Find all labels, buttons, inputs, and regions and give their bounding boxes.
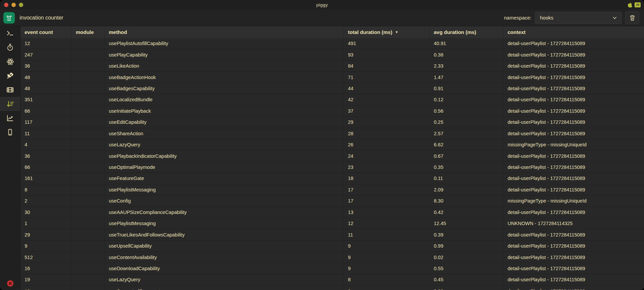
film-icon bbox=[6, 86, 14, 94]
column-label: context bbox=[508, 29, 525, 35]
sidebar-item-mobile[interactable] bbox=[0, 125, 20, 139]
column-header-avg[interactable]: avg duration (ms) bbox=[430, 26, 504, 38]
table-row[interactable]: 351useLocalizedBundle420.12detail-userPl… bbox=[21, 94, 644, 105]
pause-icon[interactable] bbox=[7, 280, 14, 287]
cell-avg: 0.67 bbox=[430, 150, 504, 161]
cell-avg: 2.57 bbox=[430, 128, 504, 139]
cell-total: 17 bbox=[344, 184, 430, 195]
table-row[interactable]: 16useDownloadCapability90.55detail-userP… bbox=[21, 263, 644, 274]
sort-descending-icon bbox=[6, 100, 14, 108]
cell-context: detail-userPlaylist - 1727284115089 bbox=[504, 150, 644, 161]
cell-context: missingPageType - missingUniqueId bbox=[504, 139, 644, 150]
cell-method: useLikeAction bbox=[105, 61, 344, 71]
column-header-context[interactable]: context bbox=[504, 26, 644, 38]
cell-module bbox=[72, 241, 105, 251]
cell-count: 29 bbox=[21, 229, 72, 240]
cell-total: 13 bbox=[344, 207, 430, 218]
cell-module bbox=[72, 38, 105, 49]
table-row[interactable]: 30useAAUPSizeComplianceCapability130.42d… bbox=[21, 207, 644, 218]
cell-context: detail-userPlaylist - 1727284115089 bbox=[504, 229, 644, 240]
namespace-label: namespace: bbox=[504, 15, 532, 21]
column-header-count[interactable]: event count bbox=[21, 26, 72, 38]
cell-avg: 8.30 bbox=[430, 195, 504, 206]
sidebar-item-film[interactable] bbox=[0, 83, 20, 97]
cell-context: detail-userPlaylist - 1727284115089 bbox=[504, 106, 644, 116]
cell-method: useConfig bbox=[105, 195, 344, 206]
cell-count: 12 bbox=[21, 38, 72, 49]
trash-icon bbox=[629, 14, 636, 21]
table-row[interactable]: 247usePlayCapability930.38detail-userPla… bbox=[21, 49, 644, 60]
table-row[interactable]: 36useLikeAction842.33detail-userPlaylist… bbox=[21, 61, 644, 72]
cell-count: 1 bbox=[21, 218, 72, 229]
cell-module bbox=[72, 173, 105, 184]
cell-context: detail-userPlaylist - 1727284115089 bbox=[504, 72, 644, 82]
cell-module bbox=[72, 94, 105, 105]
cell-method: usePlaylistMessaging bbox=[105, 184, 344, 195]
cell-module bbox=[72, 274, 105, 285]
cell-count: 48 bbox=[21, 72, 72, 82]
zoom-button[interactable] bbox=[19, 3, 23, 7]
table-row[interactable]: 512useContentAvailability90.02detail-use… bbox=[21, 252, 644, 263]
table-row[interactable]: 8usePlaylistMessaging172.09detail-userPl… bbox=[21, 184, 644, 195]
cell-avg: 0.25 bbox=[430, 117, 504, 128]
table-row[interactable]: 18useConvertedFragment80.60detail-userPl… bbox=[21, 286, 644, 290]
delete-namespace-button[interactable] bbox=[625, 11, 639, 24]
table-header-row: event countmodulemethodtotal duration (m… bbox=[21, 26, 644, 38]
cell-method: useContentAvailability bbox=[105, 252, 344, 262]
cell-count: 18 bbox=[21, 286, 72, 290]
scan-coin-icon bbox=[3, 12, 15, 24]
table-row[interactable]: 4useLazyQuery266.62missingPageType - mis… bbox=[21, 139, 644, 150]
cell-method: useBadgesCapability bbox=[105, 83, 344, 94]
cell-total: 71 bbox=[344, 72, 430, 82]
cell-method: useShareAction bbox=[105, 128, 344, 139]
column-header-method[interactable]: method bbox=[105, 26, 344, 38]
table-row[interactable]: 48useBadgesCapability440.91detail-userPl… bbox=[21, 83, 644, 94]
rocket-icon bbox=[6, 72, 14, 80]
apple-icon[interactable] bbox=[627, 2, 632, 8]
table-row[interactable]: 36usePlaybackIndicatorCapability240.67de… bbox=[21, 150, 644, 161]
cell-avg: 40.91 bbox=[430, 38, 504, 49]
cell-total: 84 bbox=[344, 61, 430, 71]
js-badge-icon[interactable]: JS bbox=[635, 2, 641, 7]
minimize-button[interactable] bbox=[11, 3, 16, 7]
sidebar-item-terminal[interactable] bbox=[0, 26, 20, 40]
close-button[interactable] bbox=[4, 3, 8, 7]
table-row[interactable]: 9useUpsellCapability90.99detail-userPlay… bbox=[21, 241, 644, 252]
cell-module bbox=[72, 162, 105, 173]
table-row[interactable]: 29useTrueLikesAndFollowsCapability110.39… bbox=[21, 229, 644, 240]
namespace-select[interactable]: hooks bbox=[535, 12, 622, 24]
cell-module bbox=[72, 61, 105, 71]
column-header-total[interactable]: total duration (ms)▼ bbox=[344, 26, 430, 38]
table-row[interactable]: 66useInitiatePlayback370.56detail-userPl… bbox=[21, 106, 644, 117]
cell-context: detail-userPlaylist - 1727284115089 bbox=[504, 207, 644, 218]
table-row[interactable]: 11useShareAction282.57detail-userPlaylis… bbox=[21, 128, 644, 139]
cell-total: 42 bbox=[344, 94, 430, 105]
table-row[interactable]: 19useLazyQuery80.45detail-userPlaylist -… bbox=[21, 274, 644, 285]
cell-total: 9 bbox=[344, 252, 430, 262]
cell-avg: 0.45 bbox=[430, 274, 504, 285]
cell-method: useAAUPSizeComplianceCapability bbox=[105, 207, 344, 218]
sidebar-item-stopwatch[interactable] bbox=[0, 40, 20, 55]
terminal-icon bbox=[6, 29, 14, 37]
cell-total: 44 bbox=[344, 83, 430, 94]
table-row[interactable]: 117useEditCapability290.25detail-userPla… bbox=[21, 117, 644, 128]
sidebar-item-atom[interactable] bbox=[0, 55, 20, 69]
table-row[interactable]: 1usePlaylistMessaging1212.45UNKNOWN - 17… bbox=[21, 218, 644, 229]
cell-count: 512 bbox=[21, 252, 72, 262]
sidebar-item-sort-descending[interactable] bbox=[0, 97, 20, 111]
cell-module bbox=[72, 207, 105, 218]
cell-count: 117 bbox=[21, 117, 72, 128]
cell-avg: 0.39 bbox=[430, 229, 504, 240]
table-row[interactable]: 66useOptimalPlaymode230.35detail-userPla… bbox=[21, 162, 644, 173]
cell-avg: 6.62 bbox=[430, 139, 504, 150]
column-header-module[interactable]: module bbox=[72, 26, 105, 38]
table-row[interactable]: 48useBadgeActionHook711.47detail-userPla… bbox=[21, 72, 644, 83]
sidebar-item-line-chart[interactable] bbox=[0, 111, 20, 125]
table-row[interactable]: 2useConfig178.30missingPageType - missin… bbox=[21, 195, 644, 207]
table-row[interactable]: 161useFeatureGate180.11detail-userPlayli… bbox=[21, 173, 644, 184]
cell-total: 24 bbox=[344, 150, 430, 161]
cell-avg: 1.47 bbox=[430, 72, 504, 82]
sidebar-item-rocket[interactable] bbox=[0, 69, 20, 83]
table-row[interactable]: 12usePlaylistAutofillCapability49140.91d… bbox=[21, 38, 644, 49]
cell-module bbox=[72, 218, 105, 229]
